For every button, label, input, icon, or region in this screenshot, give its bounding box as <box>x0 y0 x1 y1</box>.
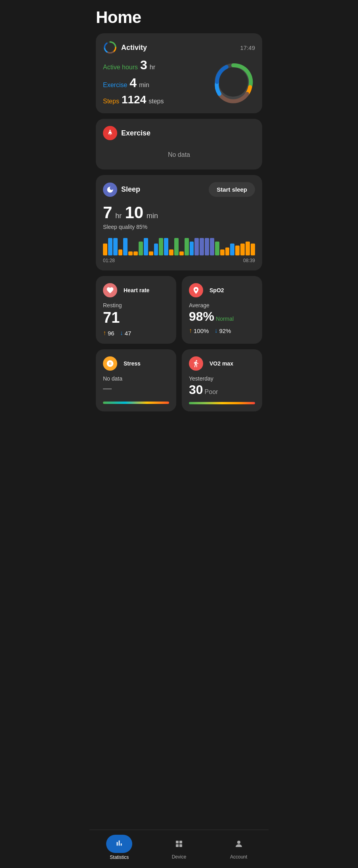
exercise-unit: min <box>139 82 149 89</box>
stress-card[interactable]: Stress No data — <box>96 349 176 411</box>
sleep-hours: 7 <box>103 203 112 222</box>
heart-rate-icon-bg <box>103 283 117 297</box>
sleep-bar-segment <box>200 238 204 255</box>
metrics-row-2: Stress No data — VO2 max Yesterday 30 Po… <box>96 349 262 411</box>
steps-unit: steps <box>149 98 164 105</box>
sleep-hours-unit: hr <box>115 212 122 220</box>
sleep-icon-bg <box>103 183 117 197</box>
sleep-bar-segment <box>190 242 194 255</box>
spo2-max: 100% <box>194 327 209 334</box>
exercise-value: 4 <box>129 76 137 90</box>
sleep-bar-segment <box>118 249 123 255</box>
spo2-normal-label: Normal <box>216 316 234 322</box>
sleep-bar-segment <box>139 242 143 255</box>
sleep-bar-segment <box>154 244 158 255</box>
spo2-icon-bg <box>189 283 203 297</box>
sleep-bar-segment <box>210 238 214 255</box>
vo2-icon <box>192 360 200 367</box>
activity-card[interactable]: Activity 17:49 Active hours 3 hr Exercis… <box>96 33 262 113</box>
sleep-bar-segment <box>133 251 138 255</box>
activity-stats: Active hours 3 hr Exercise 4 min Steps 1… <box>103 58 164 106</box>
sleep-bar-segment <box>194 238 199 255</box>
spo2-average-label: Average <box>189 302 255 308</box>
sleep-bar-segment <box>246 242 250 255</box>
spo2-min: 92% <box>219 327 231 334</box>
heart-rate-max: 96 <box>108 330 114 337</box>
activity-time: 17:49 <box>240 44 255 51</box>
sleep-bar-segment <box>159 238 163 255</box>
exercise-label: Exercise <box>103 82 127 89</box>
active-hours-label: Active hours <box>103 64 138 71</box>
heart-rate-title: Heart rate <box>124 287 149 293</box>
spo2-value: 98% <box>189 309 214 324</box>
sleep-bar-segment <box>123 238 128 255</box>
stress-icon <box>106 360 114 367</box>
spo2-title: SpO2 <box>209 287 224 293</box>
heart-rate-card[interactable]: Heart rate Resting 71 ↑ 96 ↓ 47 <box>96 276 176 344</box>
exercise-icon <box>106 129 114 137</box>
spo2-max-icon: ↑ <box>189 327 192 334</box>
exercise-card-title: Exercise <box>121 129 150 137</box>
activity-title: Activity <box>121 44 147 52</box>
sleep-bar-segment <box>235 246 240 255</box>
vo2-value: 30 <box>189 383 203 397</box>
sleep-duration: 7 hr 10 min <box>103 203 255 222</box>
activity-icon <box>103 40 117 55</box>
sleep-bar-chart <box>103 236 255 255</box>
sleep-bar-segment <box>144 238 148 255</box>
sleep-card[interactable]: Sleep Start sleep 7 hr 10 min Sleep qual… <box>96 175 262 270</box>
heart-rate-min: 47 <box>125 330 131 337</box>
spo2-card[interactable]: SpO2 Average 98% Normal ↑ 100% ↓ 92% <box>182 276 262 344</box>
vo2-card[interactable]: VO2 max Yesterday 30 Poor <box>182 349 262 411</box>
heart-rate-resting-label: Resting <box>103 302 169 308</box>
vo2-title: VO2 max <box>209 360 233 367</box>
heart-rate-min-icon: ↓ <box>120 329 123 337</box>
sleep-bar-segment <box>225 247 230 255</box>
sleep-bar-segment <box>230 244 234 255</box>
sleep-bar-segment <box>174 238 179 255</box>
sleep-bar-segment <box>220 249 225 255</box>
heart-rate-icon <box>106 286 114 294</box>
active-hours-unit: hr <box>150 64 155 71</box>
sleep-bar-segment <box>149 251 153 255</box>
sleep-bar-segment <box>215 242 219 255</box>
sleep-bar-segment <box>113 238 118 255</box>
sleep-minutes: 10 <box>125 203 143 222</box>
sleep-times: 01:28 08:39 <box>103 258 255 263</box>
stress-title: Stress <box>124 360 141 367</box>
heart-rate-value: 71 <box>103 309 120 326</box>
sleep-start-time: 01:28 <box>103 258 115 263</box>
sleep-bar-segment <box>128 251 133 255</box>
exercise-no-data: No data <box>103 143 255 162</box>
sleep-bar-segment <box>205 238 209 255</box>
stress-dash: — <box>103 383 169 394</box>
metrics-row-1: Heart rate Resting 71 ↑ 96 ↓ 47 <box>96 276 262 344</box>
activity-donut-chart <box>211 60 255 104</box>
heart-rate-max-icon: ↑ <box>103 329 106 337</box>
sleep-bar-segment <box>179 251 184 255</box>
page-title: Home <box>96 8 262 27</box>
sleep-quality: Sleep quality 85% <box>103 224 255 230</box>
sleep-bar-segment <box>103 244 107 255</box>
exercise-icon-bg <box>103 126 117 140</box>
heart-rate-minmax: ↑ 96 ↓ 47 <box>103 329 169 337</box>
stress-icon-bg <box>103 356 117 371</box>
steps-value: 1124 <box>122 93 146 106</box>
spo2-icon <box>192 286 200 294</box>
sleep-minutes-unit: min <box>147 212 158 220</box>
svg-point-2 <box>109 130 110 131</box>
sleep-bar-segment <box>108 238 112 255</box>
steps-label: Steps <box>103 98 119 105</box>
active-hours-value: 3 <box>140 58 147 72</box>
sleep-title: Sleep <box>121 185 140 194</box>
start-sleep-button[interactable]: Start sleep <box>209 182 255 197</box>
sleep-bar-segment <box>240 244 245 255</box>
sleep-bar-segment <box>185 238 189 255</box>
sleep-bar-segment <box>164 238 168 255</box>
sleep-icon <box>106 186 114 194</box>
sleep-bar-segment <box>169 249 173 255</box>
spo2-min-icon: ↓ <box>214 327 217 334</box>
exercise-card[interactable]: Exercise No data <box>96 119 262 169</box>
vo2-bar <box>189 402 255 404</box>
sleep-bar-segment <box>251 244 255 255</box>
